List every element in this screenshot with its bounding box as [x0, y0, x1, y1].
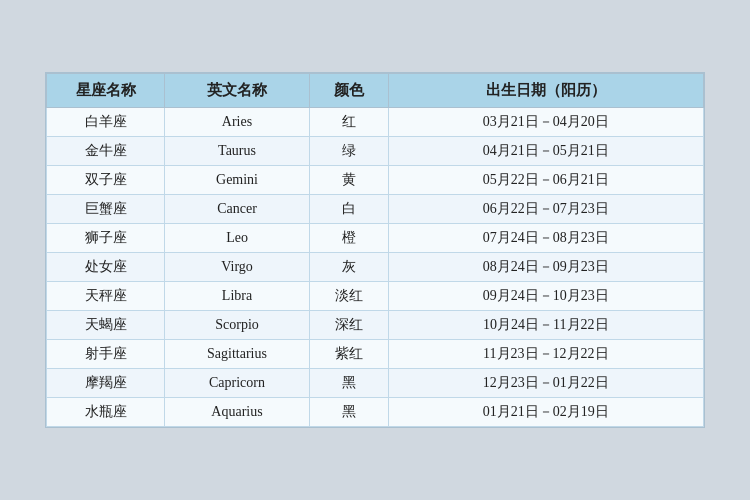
zodiac-table-container: 星座名称 英文名称 颜色 出生日期（阳历） 白羊座Aries红03月21日－04… — [45, 72, 705, 428]
cell-color: 淡红 — [309, 282, 388, 311]
table-row: 狮子座Leo橙07月24日－08月23日 — [47, 224, 704, 253]
table-row: 天秤座Libra淡红09月24日－10月23日 — [47, 282, 704, 311]
cell-english: Scorpio — [165, 311, 310, 340]
cell-chinese: 天秤座 — [47, 282, 165, 311]
cell-date: 05月22日－06月21日 — [388, 166, 703, 195]
cell-chinese: 处女座 — [47, 253, 165, 282]
cell-color: 紫红 — [309, 340, 388, 369]
table-row: 摩羯座Capricorn黑12月23日－01月22日 — [47, 369, 704, 398]
cell-color: 黑 — [309, 398, 388, 427]
cell-date: 09月24日－10月23日 — [388, 282, 703, 311]
cell-chinese: 双子座 — [47, 166, 165, 195]
cell-date: 10月24日－11月22日 — [388, 311, 703, 340]
cell-color: 深红 — [309, 311, 388, 340]
table-row: 处女座Virgo灰08月24日－09月23日 — [47, 253, 704, 282]
table-row: 射手座Sagittarius紫红11月23日－12月22日 — [47, 340, 704, 369]
cell-date: 12月23日－01月22日 — [388, 369, 703, 398]
table-header-row: 星座名称 英文名称 颜色 出生日期（阳历） — [47, 74, 704, 108]
cell-english: Capricorn — [165, 369, 310, 398]
cell-color: 灰 — [309, 253, 388, 282]
cell-chinese: 天蝎座 — [47, 311, 165, 340]
cell-color: 绿 — [309, 137, 388, 166]
table-row: 金牛座Taurus绿04月21日－05月21日 — [47, 137, 704, 166]
cell-date: 04月21日－05月21日 — [388, 137, 703, 166]
header-color: 颜色 — [309, 74, 388, 108]
cell-date: 11月23日－12月22日 — [388, 340, 703, 369]
cell-color: 红 — [309, 108, 388, 137]
cell-chinese: 白羊座 — [47, 108, 165, 137]
header-date: 出生日期（阳历） — [388, 74, 703, 108]
cell-chinese: 水瓶座 — [47, 398, 165, 427]
cell-english: Aries — [165, 108, 310, 137]
cell-english: Cancer — [165, 195, 310, 224]
zodiac-table: 星座名称 英文名称 颜色 出生日期（阳历） 白羊座Aries红03月21日－04… — [46, 73, 704, 427]
header-english: 英文名称 — [165, 74, 310, 108]
cell-english: Sagittarius — [165, 340, 310, 369]
table-row: 巨蟹座Cancer白06月22日－07月23日 — [47, 195, 704, 224]
cell-color: 白 — [309, 195, 388, 224]
cell-english: Leo — [165, 224, 310, 253]
cell-date: 07月24日－08月23日 — [388, 224, 703, 253]
cell-chinese: 狮子座 — [47, 224, 165, 253]
cell-color: 橙 — [309, 224, 388, 253]
table-row: 水瓶座Aquarius黑01月21日－02月19日 — [47, 398, 704, 427]
cell-color: 黄 — [309, 166, 388, 195]
cell-chinese: 摩羯座 — [47, 369, 165, 398]
cell-date: 06月22日－07月23日 — [388, 195, 703, 224]
cell-english: Aquarius — [165, 398, 310, 427]
cell-date: 08月24日－09月23日 — [388, 253, 703, 282]
cell-color: 黑 — [309, 369, 388, 398]
table-row: 双子座Gemini黄05月22日－06月21日 — [47, 166, 704, 195]
table-row: 白羊座Aries红03月21日－04月20日 — [47, 108, 704, 137]
cell-chinese: 射手座 — [47, 340, 165, 369]
cell-chinese: 金牛座 — [47, 137, 165, 166]
cell-chinese: 巨蟹座 — [47, 195, 165, 224]
cell-date: 01月21日－02月19日 — [388, 398, 703, 427]
header-chinese: 星座名称 — [47, 74, 165, 108]
cell-date: 03月21日－04月20日 — [388, 108, 703, 137]
cell-english: Libra — [165, 282, 310, 311]
cell-english: Taurus — [165, 137, 310, 166]
table-row: 天蝎座Scorpio深红10月24日－11月22日 — [47, 311, 704, 340]
cell-english: Gemini — [165, 166, 310, 195]
cell-english: Virgo — [165, 253, 310, 282]
